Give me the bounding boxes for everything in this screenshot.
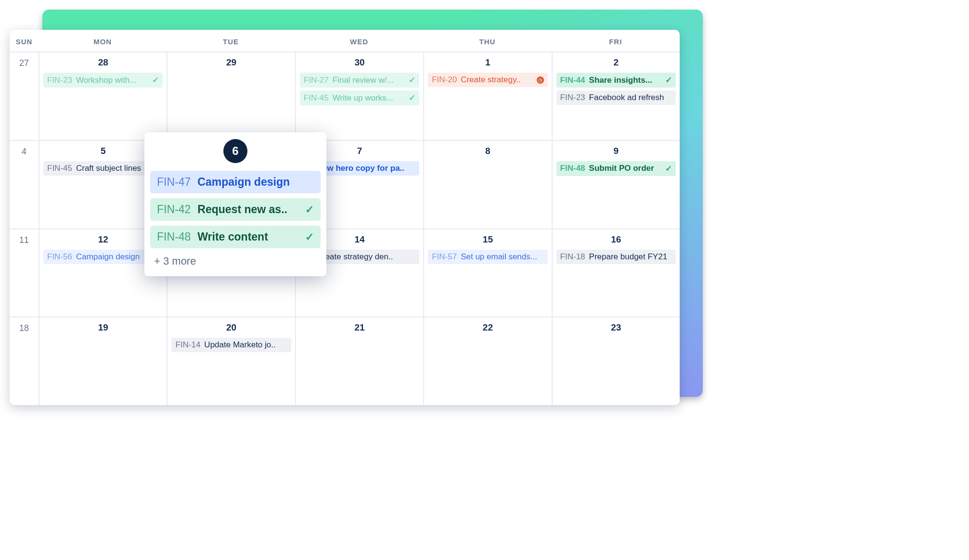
event-title: Facebook ad refresh <box>589 93 672 102</box>
date-number: 28 <box>43 57 163 68</box>
date-number: 2 <box>556 57 676 68</box>
day-cell[interactable]: 28FIN-23Workshop with... <box>39 52 167 140</box>
calendar-event[interactable]: FIN-27Final review w/... <box>300 73 419 88</box>
day-cell[interactable]: 16FIN-18Prepare budget FY21 <box>552 229 680 317</box>
popover-more-link[interactable]: + 3 more <box>150 253 321 267</box>
event-title: Create strategy.. <box>461 75 532 85</box>
event-title: Workshop with... <box>76 76 148 85</box>
day-cell[interactable]: 9FIN-48Submit PO order <box>552 141 680 229</box>
calendar-stage: SUNMONTUEWEDTHUFRI 2728FIN-23Workshop wi… <box>10 10 703 409</box>
date-number: 20 <box>171 322 291 333</box>
event-id: FIN-42 <box>157 203 191 216</box>
event-id: FIN-57 <box>432 252 457 262</box>
sunday-date: 27 <box>10 52 39 140</box>
date-number: 29 <box>171 57 291 68</box>
event-id: FIN-48 <box>560 164 585 173</box>
event-id: FIN-23 <box>560 93 585 102</box>
calendar-event[interactable]: FIN-23Workshop with... <box>43 73 163 88</box>
date-number: 8 <box>428 146 547 156</box>
calendar-weeks: 2728FIN-23Workshop with...2930FIN-27Fina… <box>10 51 680 405</box>
calendar-event[interactable]: FIN-23Facebook ad refresh <box>556 90 676 105</box>
event-title: Set up email sends... <box>461 252 543 262</box>
event-title: Submit PO order <box>589 164 661 173</box>
event-title: Create strategy den.. <box>317 252 415 262</box>
day-cell[interactable]: 29 <box>167 52 295 140</box>
event-id: FIN-44 <box>560 76 585 85</box>
day-cell[interactable]: 20FIN-14Update Marketo jo.. <box>167 318 295 405</box>
event-id: FIN-18 <box>560 252 585 262</box>
week-row: 45FIN-45Craft subject lines6727New hero … <box>10 140 680 229</box>
event-id: FIN-20 <box>432 75 457 85</box>
date-number: 19 <box>43 322 163 333</box>
popover-event[interactable]: FIN-48Write content <box>150 226 321 248</box>
event-id: FIN-48 <box>157 230 191 243</box>
event-id: FIN-56 <box>47 252 72 262</box>
calendar-card: SUNMONTUEWEDTHUFRI 2728FIN-23Workshop wi… <box>10 30 680 405</box>
day-cell[interactable]: 22 <box>423 318 551 405</box>
event-id: FIN-45 <box>47 164 72 173</box>
date-number: 9 <box>556 146 676 156</box>
event-title: Final review w/... <box>333 76 405 85</box>
calendar-event[interactable]: FIN-14Update Marketo jo.. <box>171 338 291 352</box>
check-icon <box>665 164 672 174</box>
calendar-event[interactable]: FIN-44Share insights... <box>556 73 676 88</box>
date-number: 15 <box>428 234 547 245</box>
weekday-header: SUN <box>10 30 39 51</box>
weekday-header: WED <box>295 30 423 51</box>
weekday-header: THU <box>423 30 551 51</box>
date-number: 1 <box>428 57 547 68</box>
event-title: Prepare budget FY21 <box>589 252 672 262</box>
date-number: 21 <box>300 322 419 333</box>
check-icon <box>305 231 314 243</box>
day-cell[interactable]: 30FIN-27Final review w/...FIN-45Write up… <box>295 52 423 140</box>
day-popover[interactable]: 6 FIN-47Campaign designFIN-42Request new… <box>144 132 326 276</box>
sunday-date: 4 <box>10 141 39 229</box>
event-title: Update Marketo jo.. <box>204 340 287 350</box>
calendar-event[interactable]: FIN-48Submit PO order <box>556 161 676 176</box>
day-cell[interactable]: 8 <box>423 141 551 229</box>
calendar-event[interactable]: FIN-57Set up email sends... <box>428 250 547 264</box>
calendar-event[interactable]: FIN-20Create strategy.. <box>428 73 547 87</box>
week-row: 181920FIN-14Update Marketo jo..212223 <box>10 317 680 405</box>
popover-date-badge: 6 <box>223 139 247 163</box>
weekday-header: FRI <box>552 30 680 51</box>
weekday-header: MON <box>39 30 167 51</box>
week-row: 2728FIN-23Workshop with...2930FIN-27Fina… <box>10 51 680 140</box>
event-id: FIN-27 <box>304 76 329 85</box>
event-id: FIN-23 <box>47 76 72 85</box>
event-id: FIN-45 <box>304 93 329 103</box>
clock-icon <box>537 76 544 84</box>
day-cell[interactable]: 23 <box>552 318 680 405</box>
event-id: FIN-14 <box>175 340 200 350</box>
weekday-header: TUE <box>167 30 295 51</box>
event-title: Campaign design <box>197 176 314 189</box>
day-cell[interactable]: 2FIN-44Share insights...FIN-23Facebook a… <box>552 52 680 140</box>
date-number: 23 <box>556 322 676 333</box>
event-title: Share insights... <box>589 76 661 85</box>
weekday-header-row: SUNMONTUEWEDTHUFRI <box>10 30 680 51</box>
week-row: 1112FIN-56Campaign design131414Create st… <box>10 229 680 317</box>
day-cell[interactable]: 21 <box>295 318 423 405</box>
date-number: 16 <box>556 234 676 245</box>
day-cell[interactable]: 1FIN-20Create strategy.. <box>423 52 551 140</box>
calendar-event[interactable]: FIN-45Write up works... <box>300 90 419 105</box>
check-icon <box>305 204 314 216</box>
day-cell[interactable]: 15FIN-57Set up email sends... <box>423 229 551 317</box>
check-icon <box>665 75 672 85</box>
event-title: Write content <box>197 230 298 243</box>
popover-event[interactable]: FIN-42Request new as.. <box>150 198 321 221</box>
sunday-date: 18 <box>10 318 39 405</box>
date-number: 22 <box>428 322 547 333</box>
sunday-date: 11 <box>10 229 39 317</box>
check-icon <box>152 75 159 85</box>
event-id: FIN-47 <box>157 176 191 189</box>
check-icon <box>409 93 415 103</box>
event-title: Write up works... <box>333 93 405 103</box>
popover-event[interactable]: FIN-47Campaign design <box>150 171 321 193</box>
date-number: 30 <box>300 57 419 68</box>
check-icon <box>409 75 415 85</box>
event-title: New hero copy for pa.. <box>317 164 415 173</box>
day-cell[interactable]: 19 <box>39 318 167 405</box>
calendar-event[interactable]: FIN-18Prepare budget FY21 <box>556 250 676 264</box>
event-title: Request new as.. <box>197 203 298 216</box>
